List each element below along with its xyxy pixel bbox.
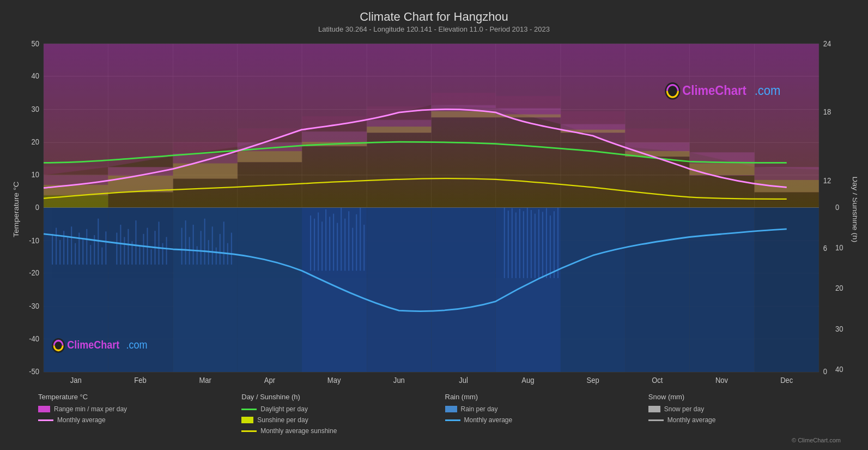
svg-rect-128: [333, 214, 334, 271]
svg-rect-81: [59, 240, 60, 265]
svg-rect-46: [431, 93, 495, 105]
svg-rect-146: [538, 209, 539, 278]
legend-col-snow: Snow (mm) Snow per day Monthly average: [648, 393, 852, 424]
svg-rect-148: [546, 208, 547, 278]
svg-text:20: 20: [835, 284, 843, 293]
chart-subtitle: Latitude 30.264 - Longitude 120.141 - El…: [11, 25, 857, 33]
sunshine-swatch: [241, 417, 253, 423]
sunshine-avg-line-swatch: [241, 430, 257, 432]
y-axis-left-title: Temperature °C: [12, 182, 20, 237]
legend-label-snow-per-day: Snow per day: [664, 405, 704, 413]
svg-rect-145: [535, 214, 536, 278]
svg-text:Day / Sunshine (h): Day / Sunshine (h): [851, 176, 857, 242]
svg-rect-117: [216, 248, 217, 265]
svg-text:Jan: Jan: [70, 375, 82, 385]
svg-rect-139: [512, 208, 513, 278]
svg-text:30: 30: [835, 324, 843, 333]
svg-rect-96: [124, 237, 125, 265]
svg-rect-127: [329, 217, 330, 271]
y-axis-right1: 24 18 12 6 0: [823, 39, 831, 376]
svg-rect-72: [367, 208, 431, 372]
svg-rect-100: [139, 246, 140, 265]
svg-rect-136: [363, 225, 365, 271]
legend-label-snow-avg: Monthly average: [667, 416, 716, 424]
svg-rect-70: [238, 208, 302, 372]
rain-swatch: [445, 406, 457, 412]
legend-item-snow-per-day: Snow per day: [648, 405, 852, 413]
chart-area: 50 40 30 20 10 0 -10 -20 -30 -40 -50 Tem…: [11, 38, 857, 387]
svg-text:Sep: Sep: [586, 375, 599, 385]
svg-text:.com: .com: [126, 339, 147, 351]
svg-rect-66: [755, 180, 819, 192]
svg-rect-50: [561, 111, 625, 124]
y-axis-right1-title: Day / Sunshine (h): [851, 176, 857, 242]
page-wrapper: Climate Chart for Hangzhou Latitude 30.2…: [0, 0, 868, 450]
svg-rect-119: [223, 221, 224, 265]
svg-text:18: 18: [823, 107, 831, 116]
legend-item-rain-avg: Monthly average: [445, 416, 648, 424]
y-axis-right2: 0 10 20 30 40: [835, 202, 843, 374]
svg-rect-58: [238, 151, 302, 162]
svg-text:Oct: Oct: [652, 375, 663, 385]
snow-avg-line-swatch: [648, 419, 664, 421]
legend-item-sunshine-avg: Monthly average sunshine: [241, 427, 445, 435]
svg-rect-137: [504, 208, 505, 278]
svg-rect-95: [120, 225, 121, 265]
legend-label-daylight: Daylight per day: [260, 405, 308, 413]
svg-text:Apr: Apr: [264, 375, 276, 385]
legend-label-sunshine-per-day: Sunshine per day: [257, 416, 308, 424]
svg-text:10: 10: [32, 170, 40, 179]
svg-rect-71: [302, 208, 367, 372]
svg-text:24: 24: [823, 39, 831, 48]
svg-text:.com: .com: [755, 82, 781, 97]
svg-text:0: 0: [835, 202, 840, 212]
svg-rect-88: [86, 229, 87, 265]
daylight-line-swatch: [241, 409, 257, 410]
svg-text:50: 50: [32, 39, 40, 48]
svg-rect-83: [67, 237, 68, 265]
svg-text:-10: -10: [29, 236, 39, 245]
svg-text:-20: -20: [29, 268, 39, 278]
x-axis-labels: Jan Feb Mar Apr May Jun Jul Aug Sep Oct …: [70, 375, 793, 385]
legend-col-temperature: Temperature °C Range min / max per day M…: [38, 393, 241, 424]
svg-rect-109: [185, 220, 186, 265]
svg-rect-85: [75, 243, 76, 265]
legend-label-sunshine-avg: Monthly average sunshine: [260, 427, 337, 435]
svg-rect-140: [515, 213, 517, 278]
svg-rect-149: [550, 215, 551, 278]
svg-rect-144: [531, 210, 532, 278]
svg-text:May: May: [327, 375, 341, 385]
svg-rect-125: [321, 221, 323, 271]
legend-col-rain: Rain (mm) Rain per day Monthly average: [445, 393, 648, 424]
svg-rect-76: [625, 208, 689, 372]
svg-text:6: 6: [823, 244, 828, 253]
svg-text:12: 12: [823, 176, 831, 185]
svg-text:0: 0: [823, 367, 828, 376]
legend-title-rain: Rain (mm): [445, 393, 648, 401]
legend-title-temperature: Temperature °C: [38, 393, 241, 401]
svg-rect-92: [101, 248, 102, 265]
svg-rect-123: [314, 219, 315, 271]
legend-col-sunshine: Day / Sunshine (h) Daylight per day Suns…: [241, 393, 445, 435]
svg-rect-80: [56, 228, 57, 265]
copyright: © ClimeChart.com: [11, 437, 857, 445]
svg-rect-48: [496, 96, 561, 108]
legend-item-snow-avg: Monthly average: [648, 416, 852, 424]
svg-rect-78: [755, 208, 819, 372]
svg-rect-129: [337, 223, 338, 271]
svg-text:40: 40: [835, 364, 843, 374]
svg-rect-118: [220, 234, 221, 265]
svg-text:40: 40: [32, 71, 40, 81]
svg-rect-97: [128, 229, 129, 265]
svg-text:Jul: Jul: [459, 375, 468, 385]
logo-top-right: ClimeChart .com: [665, 82, 780, 99]
legend-item-temp-range: Range min / max per day: [38, 405, 241, 413]
chart-title: Climate Chart for Hangzhou: [11, 10, 857, 24]
svg-text:Temperature °C: Temperature °C: [12, 182, 20, 237]
svg-rect-84: [71, 226, 72, 265]
svg-text:Nov: Nov: [715, 375, 728, 385]
svg-rect-150: [554, 211, 555, 278]
svg-rect-89: [90, 245, 91, 265]
svg-rect-79: [52, 234, 53, 265]
svg-rect-133: [352, 228, 353, 271]
